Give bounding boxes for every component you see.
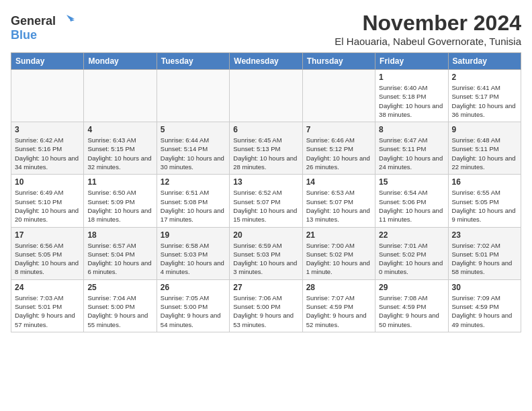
day-detail: Sunrise: 6:44 AM Sunset: 5:14 PM Dayligh… [161,136,226,171]
calendar-cell [84,70,157,122]
day-number: 8 [379,125,444,134]
calendar-week-row: 1Sunrise: 6:40 AM Sunset: 5:18 PM Daylig… [11,70,521,122]
calendar-week-row: 3Sunrise: 6:42 AM Sunset: 5:16 PM Daylig… [11,122,521,175]
day-detail: Sunrise: 6:47 AM Sunset: 5:11 PM Dayligh… [379,136,444,171]
weekday-header-wednesday: Wednesday [230,53,302,70]
day-detail: Sunrise: 7:04 AM Sunset: 5:00 PM Dayligh… [87,293,152,329]
calendar-cell: 1Sunrise: 6:40 AM Sunset: 5:18 PM Daylig… [375,70,448,122]
weekday-header-thursday: Thursday [302,53,375,70]
month-title: November 2024 [335,11,521,36]
calendar-cell: 23Sunrise: 7:02 AM Sunset: 5:01 PM Dayli… [448,227,521,279]
calendar-cell: 5Sunrise: 6:44 AM Sunset: 5:14 PM Daylig… [157,122,229,175]
calendar-cell: 10Sunrise: 6:49 AM Sunset: 5:10 PM Dayli… [11,175,84,227]
calendar-week-row: 24Sunrise: 7:03 AM Sunset: 5:01 PM Dayli… [11,279,521,332]
day-number: 18 [87,230,152,240]
day-number: 26 [161,283,226,292]
day-detail: Sunrise: 7:06 AM Sunset: 5:00 PM Dayligh… [233,293,298,329]
day-number: 15 [379,177,444,187]
calendar-cell: 8Sunrise: 6:47 AM Sunset: 5:11 PM Daylig… [375,122,448,175]
day-number: 21 [306,230,371,240]
day-number: 28 [306,283,371,292]
day-detail: Sunrise: 6:51 AM Sunset: 5:08 PM Dayligh… [161,188,226,224]
calendar-cell: 4Sunrise: 6:43 AM Sunset: 5:15 PM Daylig… [84,122,157,175]
day-detail: Sunrise: 7:00 AM Sunset: 5:02 PM Dayligh… [306,241,371,277]
calendar-cell [157,70,229,122]
day-detail: Sunrise: 7:01 AM Sunset: 5:02 PM Dayligh… [379,241,444,277]
day-number: 14 [306,177,371,187]
day-detail: Sunrise: 6:45 AM Sunset: 5:13 PM Dayligh… [233,136,298,171]
calendar-cell: 7Sunrise: 6:46 AM Sunset: 5:12 PM Daylig… [302,122,375,175]
calendar-cell: 11Sunrise: 6:50 AM Sunset: 5:09 PM Dayli… [84,175,157,227]
day-number: 7 [306,125,371,134]
calendar-table: SundayMondayTuesdayWednesdayThursdayFrid… [11,52,521,332]
day-number: 24 [15,283,80,292]
logo: General Blue [11,13,75,42]
day-detail: Sunrise: 6:54 AM Sunset: 5:06 PM Dayligh… [379,188,444,224]
day-number: 4 [87,125,152,134]
day-detail: Sunrise: 6:57 AM Sunset: 5:04 PM Dayligh… [87,241,152,277]
day-number: 16 [452,177,517,187]
calendar-cell: 21Sunrise: 7:00 AM Sunset: 5:02 PM Dayli… [302,227,375,279]
day-number: 12 [161,177,226,187]
calendar-week-row: 17Sunrise: 6:56 AM Sunset: 5:05 PM Dayli… [11,227,521,279]
calendar-cell: 12Sunrise: 6:51 AM Sunset: 5:08 PM Dayli… [157,175,229,227]
day-detail: Sunrise: 6:56 AM Sunset: 5:05 PM Dayligh… [15,241,80,277]
day-detail: Sunrise: 6:55 AM Sunset: 5:05 PM Dayligh… [452,188,517,224]
calendar-cell: 20Sunrise: 6:59 AM Sunset: 5:03 PM Dayli… [230,227,302,279]
weekday-header-saturday: Saturday [448,53,521,70]
day-number: 22 [379,230,444,240]
day-number: 3 [15,125,80,134]
calendar-cell: 18Sunrise: 6:57 AM Sunset: 5:04 PM Dayli… [84,227,157,279]
day-number: 25 [87,283,152,292]
day-number: 9 [452,125,517,134]
title-block: November 2024 El Haouaria, Nabeul Govern… [335,11,521,47]
weekday-header-sunday: Sunday [11,53,84,70]
day-number: 30 [452,283,517,292]
day-detail: Sunrise: 6:50 AM Sunset: 5:09 PM Dayligh… [87,188,152,224]
calendar-cell [11,70,84,122]
calendar-cell: 28Sunrise: 7:07 AM Sunset: 4:59 PM Dayli… [302,279,375,332]
calendar-cell: 26Sunrise: 7:05 AM Sunset: 5:00 PM Dayli… [157,279,229,332]
day-detail: Sunrise: 6:52 AM Sunset: 5:07 PM Dayligh… [233,188,298,224]
day-number: 13 [233,177,298,187]
logo-blue-text: Blue [11,28,37,42]
calendar-cell: 9Sunrise: 6:48 AM Sunset: 5:11 PM Daylig… [448,122,521,175]
day-number: 20 [233,230,298,240]
day-number: 29 [379,283,444,292]
day-number: 23 [452,230,517,240]
day-detail: Sunrise: 6:46 AM Sunset: 5:12 PM Dayligh… [306,136,371,171]
day-number: 11 [87,177,152,187]
day-detail: Sunrise: 7:07 AM Sunset: 4:59 PM Dayligh… [306,293,371,329]
day-number: 10 [15,177,80,187]
day-detail: Sunrise: 6:42 AM Sunset: 5:16 PM Dayligh… [15,136,80,171]
day-detail: Sunrise: 7:08 AM Sunset: 4:59 PM Dayligh… [379,293,444,329]
weekday-header-tuesday: Tuesday [157,53,229,70]
day-detail: Sunrise: 7:09 AM Sunset: 4:59 PM Dayligh… [452,293,517,329]
calendar-cell: 2Sunrise: 6:41 AM Sunset: 5:17 PM Daylig… [448,70,521,122]
day-number: 5 [161,125,226,134]
day-detail: Sunrise: 6:49 AM Sunset: 5:10 PM Dayligh… [15,188,80,224]
day-detail: Sunrise: 6:48 AM Sunset: 5:11 PM Dayligh… [452,136,517,171]
day-detail: Sunrise: 6:43 AM Sunset: 5:15 PM Dayligh… [87,136,152,171]
location-title: El Haouaria, Nabeul Governorate, Tunisia [335,36,521,47]
day-number: 17 [15,230,80,240]
calendar-cell: 25Sunrise: 7:04 AM Sunset: 5:00 PM Dayli… [84,279,157,332]
day-number: 19 [161,230,226,240]
calendar-cell [302,70,375,122]
page-header: General Blue November 2024 El Haouaria, … [11,11,521,47]
calendar-cell: 24Sunrise: 7:03 AM Sunset: 5:01 PM Dayli… [11,279,84,332]
day-detail: Sunrise: 7:03 AM Sunset: 5:01 PM Dayligh… [15,293,80,329]
calendar-cell: 6Sunrise: 6:45 AM Sunset: 5:13 PM Daylig… [230,122,302,175]
calendar-cell: 22Sunrise: 7:01 AM Sunset: 5:02 PM Dayli… [375,227,448,279]
calendar-cell: 19Sunrise: 6:58 AM Sunset: 5:03 PM Dayli… [157,227,229,279]
day-detail: Sunrise: 7:02 AM Sunset: 5:01 PM Dayligh… [452,241,517,277]
day-detail: Sunrise: 7:05 AM Sunset: 5:00 PM Dayligh… [161,293,226,329]
calendar-header-row: SundayMondayTuesdayWednesdayThursdayFrid… [11,53,521,70]
calendar-cell [230,70,302,122]
day-number: 2 [452,73,517,82]
day-detail: Sunrise: 6:41 AM Sunset: 5:17 PM Dayligh… [452,83,517,119]
day-detail: Sunrise: 6:53 AM Sunset: 5:07 PM Dayligh… [306,188,371,224]
calendar-week-row: 10Sunrise: 6:49 AM Sunset: 5:10 PM Dayli… [11,175,521,227]
weekday-header-friday: Friday [375,53,448,70]
calendar-cell: 30Sunrise: 7:09 AM Sunset: 4:59 PM Dayli… [448,279,521,332]
